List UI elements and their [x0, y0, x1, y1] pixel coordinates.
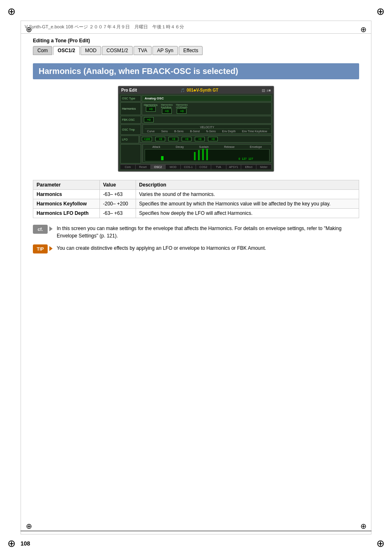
env-spacer [120, 144, 141, 164]
tab-ap-syn[interactable]: AP Syn [152, 46, 178, 55]
fbk-value-box: +0 [144, 117, 154, 122]
harmonics-keyfollow-param: HarmonicsKeyfollow +0 [161, 104, 173, 114]
bottom-divider [21, 531, 371, 531]
screen-tab-effect[interactable]: Effect [241, 165, 256, 169]
tab-osc12[interactable]: OSC1/2 [53, 46, 80, 55]
env-s4 [206, 149, 208, 160]
screen-tab-apsy1[interactable]: APSY1 [226, 165, 242, 169]
envelope-section: Attack Decay Sustain Release Envelope [143, 144, 272, 163]
env-values: 0 127 127 [239, 157, 253, 160]
env-val-127a: 127 [242, 157, 247, 160]
tab-com[interactable]: Com [33, 46, 52, 55]
velocity-title: VELOCITY [145, 126, 270, 129]
screen-osc-row: OSC Type Analog OSC [120, 95, 272, 101]
parameter-table: Parameter Value Description Harmonics -6… [33, 180, 359, 218]
velocity-params: Curve Sens B-Sens B-Send N-Sens Env Dept… [145, 130, 270, 133]
attack-label: Attack [152, 145, 160, 148]
env-sliders-inner [194, 149, 208, 160]
screen-tab-tva[interactable]: TVA [211, 165, 226, 169]
vel-bsend: B-Send [190, 130, 200, 133]
note-cf-icon-area: cf. [33, 225, 53, 234]
lfo-v2: +0 [155, 137, 165, 141]
pro-edit-header: Pro Edit 🎵 001♣V-Synth GT ▤ ±■ [119, 87, 273, 94]
crosshair-tl: ⊕ [25, 25, 33, 34]
screen-tab-reset[interactable]: Reset [136, 165, 151, 169]
lfo-v3: +0 [168, 137, 178, 141]
lfo-v6: +0 [208, 137, 218, 141]
col-header-parameter: Parameter [33, 180, 100, 190]
lfo-values: +100 +0 +0 +0 +0 +0 [142, 137, 270, 141]
edit-icons: ▤ ±■ [262, 88, 271, 92]
harmonics-lfo-param: HarmonicsLFODepth +0 [176, 104, 188, 114]
osc-section-area: Analog OSC [142, 95, 272, 101]
corner-mark-tr: ⊕ [372, 3, 389, 20]
env-s2 [198, 150, 200, 160]
tab-cosm12[interactable]: COSM1/2 [102, 46, 133, 55]
param-value-lfo-depth: -63– +63 [99, 209, 136, 218]
fbk-label: FBK-OSC [120, 116, 141, 124]
fbk-row: FBK-OSC +0 [120, 116, 272, 124]
cf-arrow [49, 226, 53, 231]
env-val-0: 0 [239, 157, 240, 160]
lfo-label: LFO [120, 136, 139, 143]
crosshair-bl: ⊕ [25, 522, 33, 530]
sustain-label: Sustain [199, 145, 209, 148]
harmonics-keyfollow-value: +0 [162, 108, 172, 114]
velocity-section-row: OSC Tmp VELOCITY Curve Sens B-Sens B-Sen… [120, 124, 272, 135]
lfo-v1: +100 [142, 137, 152, 141]
param-name-keyfollow: Harmonics Keyfollow [33, 199, 100, 209]
param-name-lfo-depth: Harmonics LFO Depth [33, 209, 100, 218]
envelope-label: Envelope [250, 145, 262, 148]
velocity-section: VELOCITY Curve Sens B-Sens B-Send N-Sens… [143, 124, 272, 134]
release-label: Release [224, 145, 235, 148]
screen-tab-cos1[interactable]: COS-1 [181, 165, 196, 169]
screen-tab-mod[interactable]: MOD [166, 165, 181, 169]
header-bar: V-Synth-GT_e.book 108 ページ ２００７年４月９日 月曜日 … [21, 21, 371, 34]
tab-mod[interactable]: MOD [81, 46, 101, 55]
section-title: Harmonics (Analog, when FBACK-OSC is sel… [33, 63, 359, 79]
harmonics-value: +0 [146, 106, 156, 112]
screen-tab-meter[interactable]: Meter [256, 165, 272, 169]
tip-icon: TIP [33, 244, 48, 253]
env-s3 [202, 149, 204, 160]
col-header-value: Value [99, 180, 136, 190]
note-tip-box: TIP You can create distinctive effects b… [33, 244, 359, 253]
pro-edit-label: Pro Edit [121, 88, 137, 92]
note-cf-box: cf. In this screen you can make settings… [33, 225, 359, 240]
param-desc-lfo-depth: Specifies how deeply the LFO will affect… [136, 209, 359, 218]
osc-type-label: OSC Type [120, 95, 141, 101]
env-sliders [194, 149, 208, 160]
osc-tmp-label: OSC Tmp [120, 124, 141, 135]
patch-info: 001♣V-Synth GT [187, 88, 218, 92]
screen-tab-com[interactable]: Com [120, 165, 136, 169]
lfo-v5: +0 [195, 137, 205, 141]
envelope-outer-row: Attack Decay Sustain Release Envelope [120, 144, 272, 164]
tab-effects[interactable]: Effects [179, 46, 203, 55]
screen-tab-osc2[interactable]: OSC2 [151, 165, 166, 169]
lfo-params: +100 +0 +0 +0 +0 +0 [140, 136, 272, 143]
param-name-harmonics: Harmonics [33, 190, 100, 199]
tab-tva[interactable]: TVA [134, 46, 152, 55]
col-header-description: Description [136, 180, 359, 190]
tab-bar: Com OSC1/2 MOD COSM1/2 TVA AP Syn Effect… [33, 46, 359, 55]
corner-mark-br: ⊕ [372, 535, 389, 552]
env-labels: Attack Decay Sustain Release Envelope [145, 145, 270, 148]
harmonics-row: Harmonics Harmonics +0 HarmonicsKeyfollo… [120, 102, 272, 115]
decay-label: Decay [175, 145, 184, 148]
param-desc-keyfollow: Specifies the amount by which the Harmon… [136, 199, 359, 209]
table-row: Harmonics Keyfollow -200– +200 Specifies… [33, 199, 359, 209]
header-text: V-Synth-GT_e.book 108 ページ ２００７年４月９日 月曜日 … [25, 24, 184, 30]
cf-text: In this screen you can make settings for… [57, 225, 359, 240]
screen-body: OSC Type Analog OSC Harmonics Harmonics … [119, 94, 273, 171]
vel-env-depth: Env Depth [222, 130, 236, 133]
fbk-value: +0 [144, 117, 154, 122]
cf-icon: cf. [33, 225, 48, 234]
corner-mark-tl: ⊕ [3, 3, 20, 20]
lfo-v4: +0 [182, 137, 191, 141]
screenshot-box: Pro Edit 🎵 001♣V-Synth GT ▤ ±■ OSC Type [118, 86, 274, 172]
screen-tab-cos2[interactable]: COS2 [196, 165, 211, 169]
param-value-keyfollow: -200– +200 [99, 199, 136, 209]
vel-nsens: N-Sens [206, 130, 216, 133]
harmonics-row-label: Harmonics [120, 102, 141, 115]
tip-arrow [49, 246, 53, 251]
